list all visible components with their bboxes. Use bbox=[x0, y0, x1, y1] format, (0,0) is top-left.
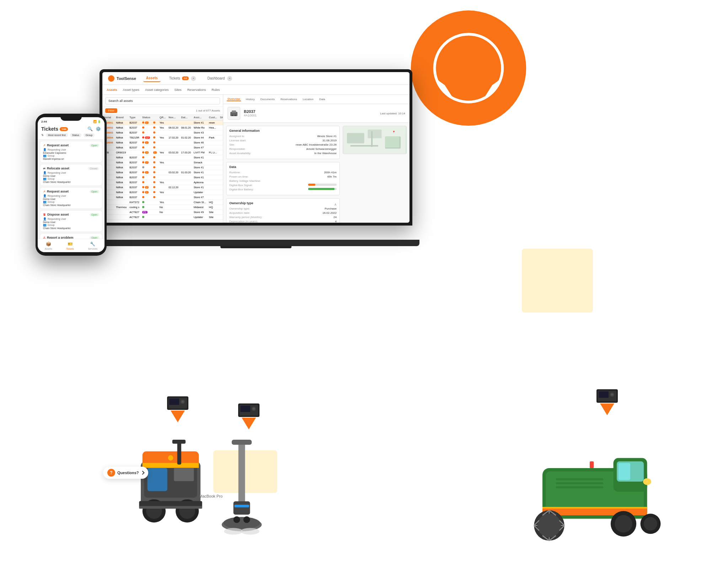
phone-ticket-5[interactable]: ⚠ Report a problem Open 👤 Requesting Use… bbox=[40, 233, 102, 239]
tab-overview[interactable]: Overview bbox=[227, 97, 241, 101]
sub-nav-categories[interactable]: Asset categories bbox=[145, 88, 169, 92]
warranty-value: 24 bbox=[333, 216, 337, 219]
ticket-1-header: ↗ Request asset Open bbox=[43, 143, 99, 147]
svg-rect-78 bbox=[234, 505, 249, 508]
dashboard-close-btn[interactable]: × bbox=[227, 76, 232, 81]
table-row[interactable]: 37Thermoucooling s NoMidwestHQ bbox=[102, 205, 223, 210]
ticket-2-header: ⇄ Relocate asset Closed bbox=[43, 167, 99, 170]
table-row[interactable]: NilfiskB2037 2 02.12.20Store #1 bbox=[102, 185, 223, 190]
table-row[interactable]: NilfiskB2037 Store #1 bbox=[102, 155, 223, 160]
tab-location[interactable]: Location bbox=[302, 98, 314, 101]
table-row[interactable]: A10006 NilfiskB2037 1 Store #6 bbox=[102, 140, 223, 145]
info-row-ownership-type: Ownership type: Purchase bbox=[229, 207, 337, 210]
svg-point-77 bbox=[241, 528, 259, 535]
phone-nav-tickets[interactable]: 🎫 Tickets bbox=[66, 241, 74, 250]
info-row-responsible: Responsible: Arnold Schwarzenegger bbox=[229, 147, 337, 151]
table-row[interactable]: JCB OR8019 9 1 Yes03.02.2017.03.20LIVIT … bbox=[102, 150, 223, 155]
svg-marker-34 bbox=[171, 411, 185, 422]
data-section-title: Data bbox=[229, 165, 337, 169]
table-row[interactable]: A10001 NilfiskB2037 1 YesStore #1rewe bbox=[102, 120, 223, 125]
phone-signal-icons: 📶 🔋 bbox=[93, 120, 101, 123]
ticket-4-group-label: 👥 Group bbox=[43, 223, 99, 227]
svg-rect-45 bbox=[240, 406, 250, 412]
sub-nav-rules[interactable]: Rules bbox=[212, 88, 220, 92]
signal-value bbox=[308, 184, 337, 187]
ticket-2-group-label: 👥 Group bbox=[43, 177, 99, 180]
table-row[interactable]: NilfiskB2037 Store #7 bbox=[102, 145, 223, 150]
phone-time: 2:44 bbox=[41, 120, 47, 123]
search-icon[interactable]: 🔍 bbox=[87, 126, 93, 131]
logo-icon bbox=[108, 75, 114, 82]
filter-button[interactable]: Filter bbox=[105, 108, 117, 113]
table-row[interactable]: KHT372 YesChain St...HQ bbox=[102, 200, 223, 205]
ticket-1-user-label: 👤 Requesting User bbox=[43, 148, 99, 151]
sub-nav-asset-types[interactable]: Asset types bbox=[123, 88, 140, 92]
table-row[interactable]: A10003 NilfiskB2037 Store #3 bbox=[102, 130, 223, 135]
availability-label: Asset Availability: bbox=[229, 152, 258, 155]
tab-documents[interactable]: Documents bbox=[259, 98, 275, 101]
questions-bubble[interactable]: ? Questions? bbox=[103, 467, 148, 479]
table-row[interactable]: NilfiskB2037 YesApleona bbox=[102, 180, 223, 185]
table-row[interactable]: ACT827 P2 NoStore #9Site bbox=[102, 210, 223, 215]
tab-history[interactable]: History bbox=[245, 98, 256, 101]
table-row[interactable]: A10002 NilfiskB2037 Yes08.02.2008.01.20W… bbox=[102, 125, 223, 130]
table-row[interactable]: NilfiskB2037 7 YesSimack bbox=[102, 160, 223, 165]
info-row-acquisition-date: Acquisition date: 16.02.2022 bbox=[229, 211, 337, 215]
svg-rect-85 bbox=[619, 463, 630, 480]
status-filter[interactable]: Status bbox=[70, 133, 81, 137]
tickets-close-btn[interactable]: × bbox=[191, 76, 196, 81]
sub-nav-assets[interactable]: Assets bbox=[107, 88, 117, 92]
ownership-section-header[interactable]: Ownership type ∧ bbox=[229, 201, 337, 207]
logo-text: ToolSense bbox=[117, 76, 136, 81]
nav-assets[interactable]: Assets bbox=[143, 75, 161, 82]
questions-icon: ? bbox=[107, 469, 115, 477]
ownership-section: Ownership type ∧ Ownership type: Purchas… bbox=[226, 198, 340, 223]
phone-ticket-2[interactable]: ⇄ Relocate asset Closed 👤 Requesting Use… bbox=[40, 164, 102, 186]
table-row[interactable]: ACT827 UpdaterSite bbox=[102, 215, 223, 220]
warranty-label: Warranty period (Months): bbox=[229, 216, 262, 219]
tab-data[interactable]: Data bbox=[318, 98, 326, 101]
most-recent-filter[interactable]: Most recent first bbox=[46, 133, 68, 137]
ticket-2-user: Demo User bbox=[43, 175, 99, 177]
nav-tickets[interactable]: Tickets 44 × bbox=[166, 75, 199, 82]
phone-ticket-3[interactable]: ↗ Request asset Open 👤 Requesting User D… bbox=[40, 187, 102, 209]
ticket-5-status: Open bbox=[90, 236, 99, 239]
street-sweeper-machine bbox=[529, 445, 664, 546]
phone-nav-services[interactable]: 🔧 Services bbox=[88, 241, 97, 250]
phone-nav-assets[interactable]: 📦 Assets bbox=[45, 241, 52, 250]
table-row[interactable]: NilfiskB2037 1 YesUpdater bbox=[102, 190, 223, 195]
gps-pin-marker-3 bbox=[589, 378, 625, 422]
table-row[interactable]: NilfiskB2037 1 03.02.2001.03.20Store #1 bbox=[102, 170, 223, 175]
table-row[interactable]: NilfiskB2037 Store #7 bbox=[102, 195, 223, 200]
svg-marker-50 bbox=[600, 403, 614, 415]
asset-list-panel: Filter 1 out of 677 Assets Serial Brand … bbox=[102, 95, 223, 223]
tab-reservations[interactable]: Reservations bbox=[280, 98, 298, 101]
svg-point-75 bbox=[223, 517, 260, 529]
asset-table: Serial Brand Type Status QR... Nex... Da… bbox=[102, 115, 223, 223]
info-row-warranty: Warranty period (Months): 24 bbox=[229, 216, 337, 219]
phone-ticket-1[interactable]: ↗ Request asset Open 👤 Requesting User E… bbox=[40, 141, 102, 163]
svg-rect-29 bbox=[350, 145, 378, 147]
sub-nav-sites[interactable]: Sites bbox=[175, 88, 182, 92]
asset-map-thumbnail[interactable]: 📍 📍 bbox=[343, 126, 407, 154]
svg-rect-53 bbox=[599, 391, 609, 398]
table-row[interactable]: NilfiskB2037 Store #1 bbox=[102, 175, 223, 180]
phone-tickets-badge: 144 bbox=[60, 127, 68, 131]
search-input[interactable] bbox=[105, 97, 220, 104]
settings-icon[interactable]: ⚙️ bbox=[96, 126, 101, 131]
svg-rect-87 bbox=[542, 507, 647, 509]
deprecation-label: Deprecation (in years): bbox=[229, 220, 258, 223]
tickets-count-badge: 44 bbox=[182, 76, 189, 80]
phone-notch bbox=[60, 114, 82, 121]
assigned-value: Illinois Store #1 bbox=[317, 135, 337, 138]
nav-dashboard[interactable]: Dashboard × bbox=[204, 75, 235, 82]
group-filter[interactable]: Group bbox=[84, 133, 95, 137]
sub-nav-reservations[interactable]: Reservations bbox=[187, 88, 206, 92]
svg-point-105 bbox=[644, 517, 657, 531]
ticket-4-user: Demo User bbox=[43, 221, 99, 223]
table-row[interactable]: NilfiskB2037 Store #1 bbox=[102, 165, 223, 170]
svg-rect-60 bbox=[177, 441, 181, 465]
phone-ticket-4[interactable]: 🗑 Dispose asset Open 👤 Requesting User D… bbox=[40, 210, 102, 232]
table-row[interactable]: A10004 NilfiskTB215R 17 Yes17.02.2001.02… bbox=[102, 135, 223, 140]
box-battery-label: Digital-Box Battery: bbox=[229, 188, 258, 191]
